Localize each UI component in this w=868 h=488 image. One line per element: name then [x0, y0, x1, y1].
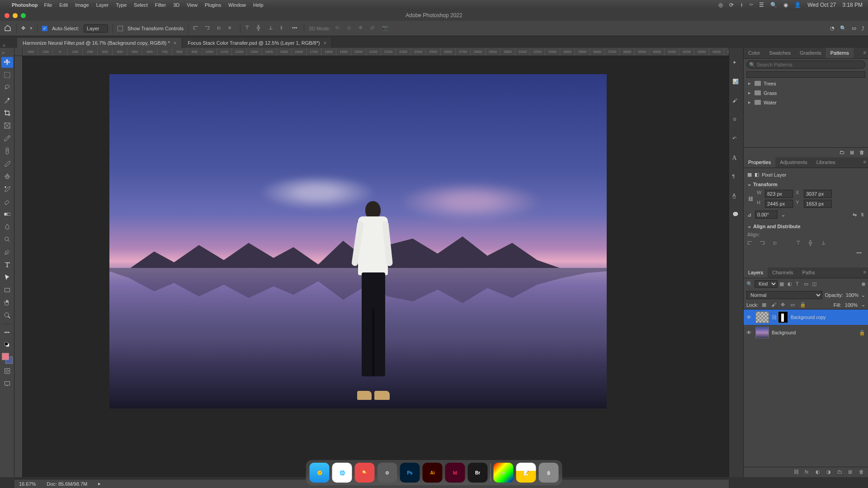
opacity-dropdown-icon[interactable]: ⌄	[861, 292, 865, 298]
tools-collapse-icon[interactable]: »	[2, 50, 5, 55]
menu-filter[interactable]: Filter	[155, 2, 166, 8]
height-input[interactable]	[765, 200, 793, 208]
link-layers-icon[interactable]: ⛓	[794, 469, 800, 475]
layer-fx-icon[interactable]: fx	[805, 469, 811, 475]
pattern-folder-trees[interactable]: ▸ Trees	[744, 79, 868, 88]
dock-app-settings[interactable]: ⚙	[377, 463, 397, 483]
menu-view[interactable]: View	[187, 2, 198, 8]
app-menu[interactable]: Photoshop	[12, 2, 38, 8]
spotlight-icon[interactable]: 🔍	[770, 2, 777, 8]
default-colors-icon[interactable]	[1, 339, 13, 350]
distribute-icon[interactable]: ≡	[228, 25, 236, 32]
gradient-tool[interactable]	[1, 209, 13, 220]
align-bottom-edges-icon[interactable]: ⊥	[821, 240, 829, 247]
menu-file[interactable]: File	[44, 2, 52, 8]
color-swatches[interactable]	[2, 353, 13, 364]
layer-mask-thumbnail[interactable]	[778, 311, 788, 323]
align-middle-icon[interactable]: ╬	[257, 25, 264, 32]
opacity-value[interactable]: 100%	[846, 292, 859, 298]
filter-toggle[interactable]	[862, 282, 865, 286]
delete-layer-icon[interactable]: 🗑	[859, 469, 865, 475]
zoom-level[interactable]: 16.67%	[19, 481, 36, 487]
tab-properties[interactable]: Properties	[744, 157, 775, 168]
healing-brush-tool[interactable]	[1, 145, 13, 156]
flip-horizontal-icon[interactable]: ⇋	[853, 212, 857, 218]
layer-row-selected[interactable]: 👁 ⛓ Background copy	[744, 310, 868, 325]
close-icon[interactable]: ×	[324, 40, 326, 46]
pattern-search-input[interactable]	[746, 61, 865, 69]
doc-info[interactable]: Doc: 85.6M/98.7M	[47, 481, 87, 487]
panel-menu-icon[interactable]: ≡	[863, 159, 866, 164]
tab-channels[interactable]: Channels	[768, 267, 797, 278]
menu-image[interactable]: Image	[75, 2, 89, 8]
window-zoom-button[interactable]	[21, 13, 26, 18]
cloud-docs-icon[interactable]: ◔	[830, 25, 835, 31]
search-icon[interactable]: 🔍	[840, 25, 846, 31]
tab-patterns[interactable]: Patterns	[826, 48, 854, 58]
more-align-icon[interactable]: •••	[292, 25, 299, 32]
hand-tool[interactable]	[1, 297, 13, 308]
new-layer-icon[interactable]: ⊞	[848, 469, 854, 475]
dodge-tool[interactable]	[1, 234, 13, 245]
dock-app-notes[interactable]: 📝	[516, 463, 536, 483]
status-chevron-icon[interactable]: ▸	[98, 481, 101, 487]
share-icon[interactable]: ⤴	[862, 26, 864, 31]
fill-value[interactable]: 100%	[845, 302, 858, 308]
menu-type[interactable]: Type	[116, 2, 127, 8]
histogram-panel-icon[interactable]: 📊	[732, 79, 741, 87]
auto-select-dropdown[interactable]: Layer	[84, 24, 108, 33]
lock-artboard-icon[interactable]: ▭	[790, 302, 796, 308]
filter-shape-icon[interactable]: ▭	[804, 281, 810, 287]
align-left-icon[interactable]: ⫍	[193, 25, 200, 32]
layer-row[interactable]: 👁 Background 🔒	[744, 325, 868, 340]
lock-transparency-icon[interactable]: ▦	[762, 302, 768, 308]
delete-icon[interactable]: 🗑	[859, 150, 864, 155]
glyphs-panel-icon[interactable]: A̲	[732, 192, 741, 201]
tab-paths[interactable]: Paths	[798, 267, 820, 278]
vertical-ruler[interactable]	[14, 56, 23, 477]
align-top-icon[interactable]: ⊤	[245, 25, 252, 32]
align-vertical-centers-icon[interactable]: ╬	[809, 240, 816, 247]
blend-mode-dropdown[interactable]: Normal	[746, 291, 822, 299]
dock-app-creative-cloud[interactable]: ∞	[494, 463, 514, 483]
bluetooth-icon[interactable]: ᚼ	[740, 2, 743, 8]
angle-dropdown[interactable]: ⌄	[781, 212, 785, 218]
type-tool[interactable]	[1, 259, 13, 270]
align-top-edges-icon[interactable]: ⊤	[796, 240, 803, 247]
window-minimize-button[interactable]	[13, 13, 18, 18]
chevron-down-icon[interactable]: ⌄	[747, 181, 751, 187]
dock-app-photoshop[interactable]: Ps	[400, 463, 420, 483]
document-tab-inactive[interactable]: Focus Stack Color Transfer.psd @ 12.5% (…	[182, 38, 332, 48]
brush-tool[interactable]	[1, 158, 13, 169]
x-input[interactable]	[804, 190, 832, 198]
marquee-tool[interactable]	[1, 70, 13, 80]
chevron-down-icon[interactable]: ⌄	[747, 223, 751, 229]
filter-smart-icon[interactable]: ◫	[812, 281, 818, 287]
tab-layers[interactable]: Layers	[744, 267, 768, 278]
tab-adjustments[interactable]: Adjustments	[775, 157, 812, 168]
align-horizontal-centers-icon[interactable]: ⫎	[760, 240, 767, 247]
adjustment-layer-icon[interactable]: ◑	[826, 469, 833, 475]
fill-dropdown-icon[interactable]: ⌄	[861, 302, 865, 308]
screen-mode-button[interactable]	[1, 378, 13, 389]
document-canvas[interactable]	[109, 74, 607, 408]
user-icon[interactable]: 👤	[794, 2, 801, 8]
crop-tool[interactable]	[1, 108, 13, 118]
quick-mask-button[interactable]	[1, 366, 13, 376]
y-input[interactable]	[804, 200, 832, 208]
filter-kind-dropdown[interactable]: Kind	[755, 280, 778, 288]
tab-color[interactable]: Color	[744, 48, 764, 58]
visibility-icon[interactable]: 👁	[746, 330, 753, 335]
paragraph-panel-icon[interactable]: ¶	[732, 174, 741, 182]
window-close-button[interactable]	[5, 13, 9, 18]
control-center-icon[interactable]: ☰	[759, 2, 764, 8]
history-brush-tool[interactable]	[1, 183, 13, 194]
eraser-tool[interactable]	[1, 196, 13, 207]
ruler-origin[interactable]	[14, 48, 23, 56]
tool-preset-dropdown[interactable]: ▾	[30, 25, 33, 31]
menu-layer[interactable]: Layer	[96, 2, 109, 8]
lasso-tool[interactable]	[1, 82, 13, 93]
panel-menu-icon[interactable]: ≡	[863, 50, 866, 55]
menu-plugins[interactable]: Plugins	[205, 2, 221, 8]
dock-app-finder[interactable]: 🙂	[310, 463, 330, 483]
